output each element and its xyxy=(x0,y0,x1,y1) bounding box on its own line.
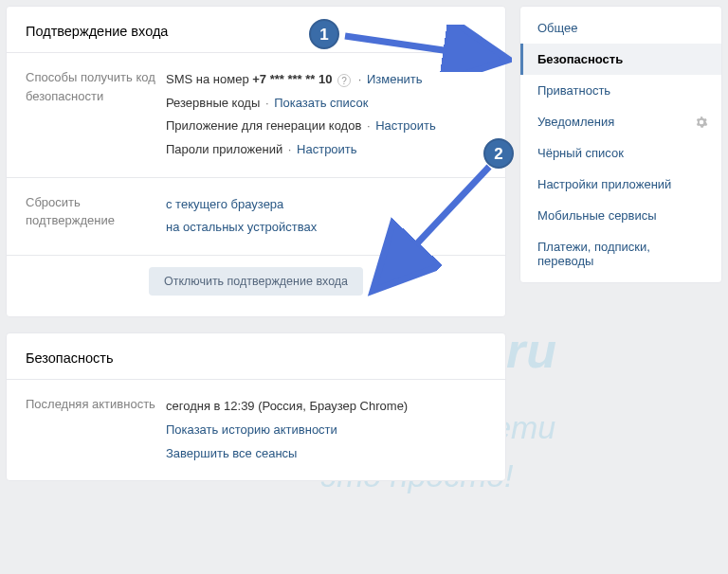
apppass-label: Пароли приложений xyxy=(166,142,282,156)
show-history-link[interactable]: Показать историю активности xyxy=(166,422,337,437)
methods-label: Способы получить код безопасности xyxy=(26,68,166,162)
security-panel: Безопасность Последняя активность сегодн… xyxy=(6,332,506,481)
svg-line-0 xyxy=(345,36,502,59)
sms-prefix: SMS на номер xyxy=(166,72,252,86)
sms-number: +7 *** *** ** 10 xyxy=(252,72,332,86)
methods-values: SMS на номер +7 *** *** ** 10 ? · Измени… xyxy=(166,68,486,162)
sidebar-item-label: Безопасность xyxy=(537,52,623,66)
backup-codes-label: Резервные коды xyxy=(166,96,260,110)
gear-icon[interactable] xyxy=(695,116,708,129)
authapp-configure-link[interactable]: Настроить xyxy=(375,118,436,133)
sidebar-item-label: Общее xyxy=(537,21,578,35)
last-activity-value: сегодня в 12:39 (Россия, Браузер Chrome) xyxy=(166,395,486,419)
sidebar-item-security[interactable]: Безопасность xyxy=(520,44,721,75)
sms-change-link[interactable]: Изменить xyxy=(367,72,423,86)
sidebar-item-apps[interactable]: Настройки приложений xyxy=(520,169,721,200)
authapp-label: Приложение для генерации кодов xyxy=(166,118,361,133)
sidebar-item-payments[interactable]: Платежи, подписки, переводы xyxy=(520,231,721,277)
activity-row: Последняя активность сегодня в 12:39 (Ро… xyxy=(7,380,505,480)
svg-line-1 xyxy=(377,167,489,286)
help-icon[interactable]: ? xyxy=(337,74,351,87)
sidebar-item-label: Приватность xyxy=(537,83,610,98)
annotation-arrow-2 xyxy=(360,161,512,303)
activity-values: сегодня в 12:39 (Россия, Браузер Chrome)… xyxy=(166,395,486,465)
sidebar-item-label: Мобильные сервисы xyxy=(537,208,657,223)
sidebar-item-blacklist[interactable]: Чёрный список xyxy=(520,137,721,169)
sidebar-item-label: Чёрный список xyxy=(537,146,624,160)
sidebar-item-general[interactable]: Общее xyxy=(520,12,721,44)
disable-confirmation-button[interactable]: Отключить подтверждение входа xyxy=(149,267,363,296)
annotation-badge-1: 1 xyxy=(309,19,339,49)
apppass-configure-link[interactable]: Настроить xyxy=(297,142,357,156)
authapp-line: Приложение для генерации кодов · Настрои… xyxy=(166,115,486,138)
sidebar-item-notifications[interactable]: Уведомления xyxy=(520,106,721,137)
backup-line: Резервные коды · Показать список xyxy=(166,92,486,116)
annotation-badge-2: 2 xyxy=(483,138,514,169)
apppass-line: Пароли приложений · Настроить xyxy=(166,138,486,162)
sidebar-item-privacy[interactable]: Приватность xyxy=(520,75,721,106)
backup-show-link[interactable]: Показать список xyxy=(274,96,368,110)
security-title: Безопасность xyxy=(7,333,505,380)
last-activity-label: Последняя активность xyxy=(26,395,166,465)
settings-sidebar: Общее Безопасность Приватность Уведомлен… xyxy=(519,6,722,283)
reset-others-link[interactable]: на остальных устройствах xyxy=(166,220,317,234)
sidebar-item-mobile[interactable]: Мобильные сервисы xyxy=(520,200,721,231)
sidebar-item-label: Платежи, подписки, переводы xyxy=(537,240,650,268)
end-all-sessions-link[interactable]: Завершить все сеансы xyxy=(166,446,297,460)
annotation-arrow-1 xyxy=(341,25,512,72)
reset-current-link[interactable]: с текущего браузера xyxy=(166,197,283,211)
reset-label: Сбросить подтверждение xyxy=(26,193,166,240)
sidebar-item-label: Настройки приложений xyxy=(537,177,671,191)
sidebar-item-label: Уведомления xyxy=(537,115,614,129)
